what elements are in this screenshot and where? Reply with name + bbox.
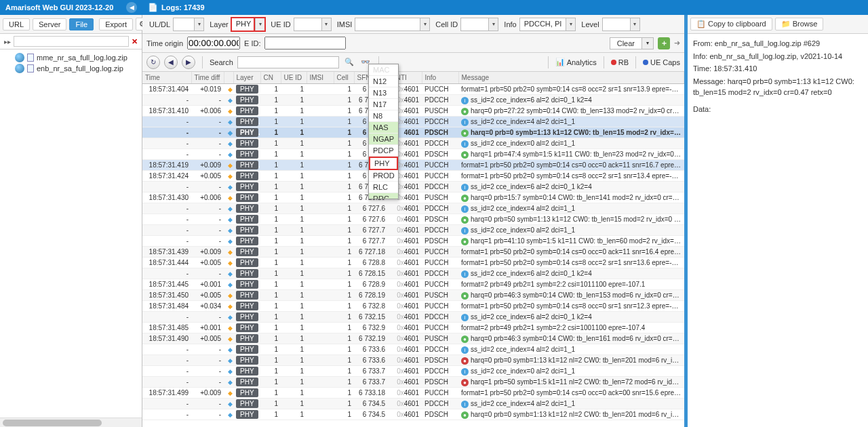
table-row[interactable]: --PHY1116 733.60x4601PDCCHiss_id=2 cce_i… xyxy=(142,344,684,355)
table-row[interactable]: --PHY1116 727.60x4601PDSCH●harq=0 prb=50… xyxy=(142,214,684,225)
browse-button[interactable]: 📁 Browse xyxy=(775,18,824,30)
dropdown-option[interactable]: N13 xyxy=(369,87,398,99)
level-label: Level xyxy=(581,20,599,28)
table-row[interactable]: --PHY1116 725.60x4601PDCCHiss_id=2 cce_i… xyxy=(142,117,684,127)
table-row[interactable]: 18:57:31.404+0.019PHY1116 724.80x4601PUC… xyxy=(142,84,684,95)
dropdown-option[interactable]: MAC xyxy=(369,64,398,76)
dropdown-option[interactable]: N12 xyxy=(369,76,398,87)
layer-dropdown[interactable]: MACN12N13N17N8NASNGAPPDCPPHYPRODRLCRRCRX xyxy=(368,64,399,199)
col-header[interactable]: Info xyxy=(422,72,458,84)
add-icon[interactable]: ＋ xyxy=(658,37,670,49)
direction-icon xyxy=(226,357,233,363)
file-button[interactable]: File xyxy=(69,18,94,30)
clear-search-icon[interactable]: ✕ xyxy=(132,37,138,46)
table-row[interactable]: 18:57:31.490+0.005PHY1116 732.190x4601PU… xyxy=(142,333,684,344)
table-row[interactable]: --PHY1116 734.50x4601PDSCH●harq=0 prb=0 … xyxy=(142,409,684,420)
table-row[interactable]: 18:57:31.450+0.005PHY1116 728.190x4601PU… xyxy=(142,290,684,301)
table-row[interactable]: --PHY1116 725.70x4601PDCCHiss_id=2 cce_i… xyxy=(142,138,684,149)
tree-item[interactable]: enb_nr_sa_full_log.log.zip xyxy=(1,63,140,74)
col-header[interactable]: Layer xyxy=(233,72,260,84)
table-row[interactable]: 18:57:31.499+0.009PHY1116 733.180x4601PU… xyxy=(142,388,684,399)
imsi-combo[interactable]: ▾ xyxy=(355,18,430,31)
dropdown-option[interactable]: PDCP xyxy=(369,145,398,157)
dropdown-option[interactable]: RLC xyxy=(369,182,398,193)
ueid-combo[interactable]: ▾ xyxy=(294,18,332,31)
dropdown-option[interactable]: N8 xyxy=(369,110,398,122)
level-combo[interactable]: ▾ xyxy=(602,18,640,31)
col-header[interactable] xyxy=(224,72,233,84)
table-row[interactable]: --PHY1116 733.70x4601PDCCHiss_id=2 cce_i… xyxy=(142,366,684,377)
collapse-left-icon[interactable]: ◀ xyxy=(126,2,137,13)
h-scrollbar[interactable] xyxy=(0,418,142,427)
eid-input[interactable] xyxy=(264,37,346,49)
url-button[interactable]: URL xyxy=(3,18,30,30)
arrow-icon[interactable]: ➜ xyxy=(674,39,680,47)
table-row[interactable]: --PHY1116 727.70x4601PDSCH●harq=1 prb=41… xyxy=(142,236,684,247)
dropdown-option[interactable]: NAS xyxy=(369,122,398,134)
clear-button[interactable]: Clear▾ xyxy=(610,37,654,49)
dropdown-option[interactable]: RRC xyxy=(369,193,398,199)
log-grid[interactable]: TimeTime diffLayerCNUE IDIMSICellSFNRNTI… xyxy=(142,72,684,427)
dropdown-option[interactable]: NGAP xyxy=(369,134,398,145)
col-header[interactable]: Time xyxy=(142,72,191,84)
table-row[interactable]: --PHY1116 725.70x4601PDSCH●harq=1 prb=47… xyxy=(142,149,684,160)
col-header[interactable]: Message xyxy=(458,72,684,84)
col-header[interactable]: CN xyxy=(260,72,281,84)
col-header[interactable]: Cell xyxy=(334,72,354,84)
table-row[interactable]: 18:57:31.485+0.001PHY1116 732.90x4601PUC… xyxy=(142,323,684,333)
back-icon[interactable]: ◀ xyxy=(164,56,178,69)
detail-data: Data: xyxy=(693,104,863,115)
table-row[interactable]: --PHY1116 725.64601PDSCH●harq=0 prb=0 sy… xyxy=(142,127,684,138)
table-row[interactable]: 18:57:31.410+0.006PHY1116 724.190x4601PU… xyxy=(142,106,684,117)
info-combo[interactable]: PDCCH, PI▾ xyxy=(519,18,576,31)
table-row[interactable]: --PHY1116 724.150x4601PDCCHiss_id=2 cce_… xyxy=(142,95,684,106)
tree-item[interactable]: mme_nr_sa_full_log.log.zip xyxy=(1,52,140,63)
file-tree: mme_nr_sa_full_log.log.zipenb_nr_sa_full… xyxy=(0,49,142,77)
layer-combo[interactable]: PHY▾ xyxy=(231,18,266,31)
search-icon[interactable]: 🔍 xyxy=(343,56,355,68)
table-row[interactable]: --PHY1116 726.150x4601PDCCHiss_id=2 cce_… xyxy=(142,182,684,192)
table-row[interactable]: --PHY1116 727.60x4601PDCCHiss_id=2 cce_i… xyxy=(142,203,684,214)
ueid-label: UE ID xyxy=(271,20,290,28)
analytics-button[interactable]: 📊 Analytics xyxy=(555,58,597,66)
table-row[interactable]: --PHY1116 728.150x4601PDCCHiss_id=2 cce_… xyxy=(142,268,684,279)
table-row[interactable]: 18:57:31.424+0.005PHY1116 726.80x4601PUC… xyxy=(142,171,684,182)
direction-icon xyxy=(226,183,233,190)
rb-button[interactable]: RB xyxy=(611,58,629,66)
col-header[interactable]: Time diff xyxy=(191,72,224,84)
table-row[interactable]: --PHY1116 732.150x4601PDCCHiss_id=2 cce_… xyxy=(142,312,684,323)
forward-icon[interactable]: ▶ xyxy=(182,56,195,69)
table-row[interactable]: 18:57:31.444+0.005PHY1116 728.80x4601PUC… xyxy=(142,258,684,268)
expand-icon[interactable]: ▸▸ xyxy=(4,38,11,45)
copy-button[interactable]: 📋 Copy to clipboard xyxy=(690,18,772,30)
dropdown-option[interactable]: N17 xyxy=(369,99,398,110)
table-row[interactable]: 18:57:31.419+0.009PHY1116 725.180x4601PU… xyxy=(142,160,684,171)
table-row[interactable]: 18:57:31.439+0.009PHY1116 727.180x4601PU… xyxy=(142,247,684,258)
table-row[interactable]: --PHY1116 734.50x4601PDCCHiss_id=2 cce_i… xyxy=(142,399,684,409)
dropdown-option[interactable]: PROD xyxy=(369,170,398,182)
refresh-icon[interactable]: ↻ xyxy=(146,56,160,69)
table-row[interactable]: 18:57:31.430+0.006PHY1116 726.190x4601PU… xyxy=(142,192,684,203)
filter-bar-2: Time origin E ID: Clear▾ ＋ ➜ xyxy=(142,34,684,53)
cellid-combo[interactable]: ▾ xyxy=(460,18,498,31)
table-row[interactable]: --PHY1116 727.70x4601PDCCHiss_id=2 cce_i… xyxy=(142,225,684,236)
direction-icon xyxy=(226,85,233,92)
table-row[interactable]: 18:57:31.445+0.001PHY1116 728.90x4601PUC… xyxy=(142,279,684,290)
table-row[interactable]: 18:57:31.484+0.034PHY1116 732.80x4601PUC… xyxy=(142,301,684,312)
time-origin-input[interactable] xyxy=(187,37,240,49)
tree-search-input[interactable] xyxy=(14,36,129,47)
direction-icon xyxy=(226,400,233,407)
uldl-combo[interactable]: ▾ xyxy=(173,18,204,31)
search-input[interactable] xyxy=(237,56,339,68)
server-button[interactable]: Server xyxy=(33,18,66,30)
table-row[interactable]: --PHY1116 733.60x4601PDSCH●harq=0 prb=0 … xyxy=(142,355,684,366)
direction-icon xyxy=(226,270,233,277)
export-button[interactable]: Export xyxy=(99,18,133,30)
direction-icon xyxy=(226,313,233,320)
col-header[interactable]: UE ID xyxy=(281,72,307,84)
dropdown-option[interactable]: PHY xyxy=(369,157,398,170)
logs-tab[interactable]: 📄 Logs: 17439 xyxy=(142,0,868,15)
table-row[interactable]: --PHY1116 733.70x4601PDSCH●harq=1 prb=50… xyxy=(142,377,684,388)
col-header[interactable]: IMSI xyxy=(307,72,334,84)
uecaps-button[interactable]: UE Caps xyxy=(643,58,680,66)
